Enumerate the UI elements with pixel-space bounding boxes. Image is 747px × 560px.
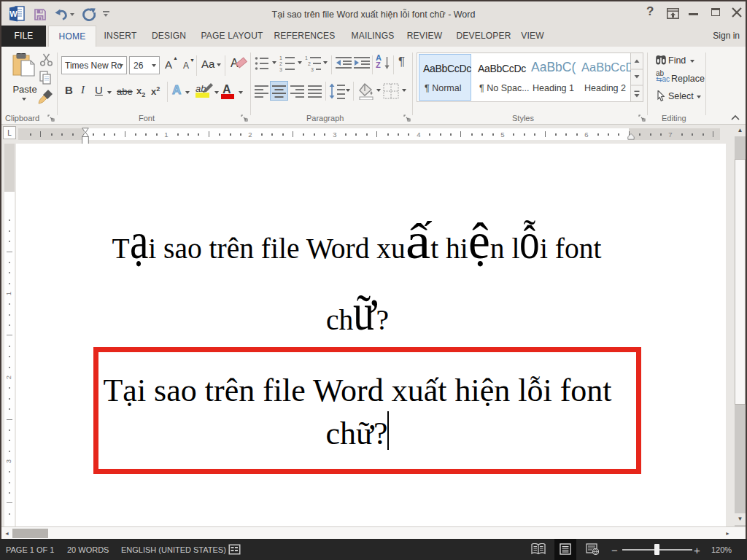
svg-text:2: 2 <box>279 61 282 66</box>
svg-text:1: 1 <box>279 55 282 61</box>
svg-text:W: W <box>9 9 18 18</box>
svg-text:1: 1 <box>305 55 308 61</box>
svg-text:2: 2 <box>308 61 311 66</box>
svg-text:3: 3 <box>311 67 314 71</box>
svg-text:3: 3 <box>279 67 282 71</box>
